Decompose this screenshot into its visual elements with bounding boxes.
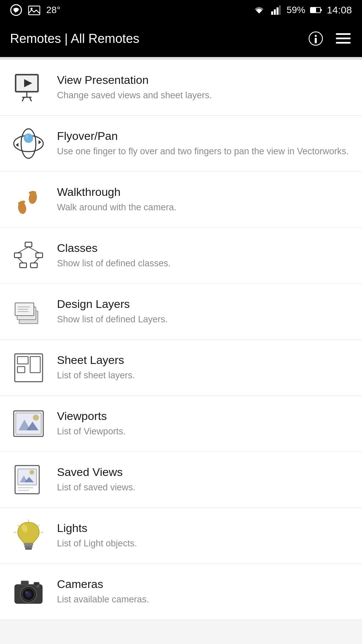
svg-point-84 bbox=[36, 585, 40, 588]
viewports-icon bbox=[10, 405, 47, 442]
saved-views-icon bbox=[10, 461, 47, 498]
svg-line-43 bbox=[28, 247, 39, 253]
svg-point-65 bbox=[29, 470, 34, 475]
item-desc: List of Viewports. bbox=[57, 425, 352, 437]
item-title: Lights bbox=[57, 522, 352, 535]
svg-rect-14 bbox=[336, 38, 351, 39]
item-text: Flyover/Pan Use one finger to fly over a… bbox=[57, 129, 352, 157]
gallery-icon bbox=[28, 4, 40, 16]
item-desc: List of sheet layers. bbox=[57, 369, 352, 381]
svg-rect-41 bbox=[31, 263, 37, 268]
svg-line-42 bbox=[18, 247, 28, 253]
list-item[interactable]: Saved Views List of saved views. bbox=[0, 452, 362, 508]
item-desc: List of saved views. bbox=[57, 481, 352, 493]
sheet-layers-icon bbox=[10, 349, 47, 386]
status-right: 59% 14:08 bbox=[253, 4, 352, 16]
list-item[interactable]: Walkthrough Walk around with the camera. bbox=[0, 172, 362, 228]
item-title: Flyover/Pan bbox=[57, 129, 352, 143]
message-icon bbox=[10, 4, 22, 16]
svg-rect-71 bbox=[25, 548, 32, 550]
svg-marker-27 bbox=[39, 140, 41, 144]
svg-rect-12 bbox=[315, 38, 317, 43]
item-title: Cameras bbox=[57, 578, 352, 591]
svg-rect-69 bbox=[24, 543, 33, 545]
cameras-icon bbox=[10, 573, 47, 610]
header-divider bbox=[0, 57, 362, 60]
item-title: Sheet Layers bbox=[57, 354, 352, 367]
item-desc: Show list of defined Layers. bbox=[57, 313, 352, 325]
item-desc: List available cameras. bbox=[57, 593, 352, 605]
svg-rect-15 bbox=[336, 42, 351, 44]
item-desc: Show list of defined classes. bbox=[57, 257, 352, 269]
page-title: Remotes | All Remotes bbox=[10, 32, 139, 46]
svg-rect-9 bbox=[311, 8, 316, 12]
item-desc: List of Light objects. bbox=[57, 537, 352, 549]
svg-rect-8 bbox=[320, 9, 322, 11]
item-title: Classes bbox=[57, 241, 352, 255]
item-text: Cameras List available cameras. bbox=[57, 578, 352, 605]
list-item[interactable]: View Presentation Change saved views and… bbox=[0, 60, 362, 116]
svg-rect-37 bbox=[25, 242, 32, 247]
svg-point-11 bbox=[315, 35, 317, 37]
svg-point-60 bbox=[33, 415, 39, 421]
list-item[interactable]: Cameras List available cameras. bbox=[0, 564, 362, 620]
item-text: Saved Views List of saved views. bbox=[57, 466, 352, 493]
flyover-icon bbox=[10, 125, 47, 162]
item-title: Viewports bbox=[57, 410, 352, 423]
list-item[interactable]: Sheet Layers List of sheet layers. bbox=[0, 340, 362, 396]
svg-rect-5 bbox=[277, 7, 279, 15]
svg-rect-4 bbox=[274, 9, 276, 15]
svg-rect-40 bbox=[20, 263, 26, 268]
menu-icon[interactable] bbox=[335, 30, 352, 47]
svg-marker-28 bbox=[16, 143, 18, 147]
item-desc: Walk around with the camera. bbox=[57, 201, 352, 213]
status-left: 28° bbox=[10, 4, 60, 16]
item-title: Design Layers bbox=[57, 298, 352, 311]
list-item[interactable]: Flyover/Pan Use one finger to fly over a… bbox=[0, 116, 362, 172]
lights-icon bbox=[10, 517, 47, 554]
item-text: Viewports List of Viewports. bbox=[57, 410, 352, 437]
item-text: Walkthrough Walk around with the camera. bbox=[57, 185, 352, 213]
wifi-icon bbox=[253, 4, 265, 16]
svg-rect-39 bbox=[36, 253, 43, 258]
item-text: Lights List of Light objects. bbox=[57, 522, 352, 549]
svg-line-45 bbox=[34, 258, 39, 263]
list-item[interactable]: Classes Show list of defined classes. bbox=[0, 228, 362, 284]
item-text: Classes Show list of defined classes. bbox=[57, 241, 352, 269]
presentation-icon bbox=[10, 69, 47, 106]
list-item[interactable]: Viewports List of Viewports. bbox=[0, 396, 362, 452]
status-bar: 28° 59% bbox=[0, 0, 362, 20]
svg-rect-6 bbox=[279, 5, 281, 15]
battery-pct: 59% bbox=[287, 5, 305, 15]
svg-rect-82 bbox=[21, 581, 28, 585]
svg-point-25 bbox=[24, 133, 33, 143]
item-title: Walkthrough bbox=[57, 185, 352, 199]
svg-line-73 bbox=[18, 525, 19, 526]
item-title: View Presentation bbox=[57, 73, 352, 87]
signal-icon bbox=[270, 4, 282, 16]
svg-rect-13 bbox=[336, 33, 351, 35]
svg-rect-52 bbox=[15, 354, 43, 382]
svg-rect-1 bbox=[28, 6, 40, 15]
time: 14:08 bbox=[327, 4, 352, 16]
item-text: Sheet Layers List of sheet layers. bbox=[57, 354, 352, 381]
temperature: 28° bbox=[46, 5, 60, 15]
item-desc: Use one finger to fly over and two finge… bbox=[57, 145, 352, 157]
list-item[interactable]: Lights List of Light objects. bbox=[0, 508, 362, 564]
top-bar-actions bbox=[307, 30, 352, 47]
classes-icon bbox=[10, 237, 47, 274]
svg-line-44 bbox=[18, 258, 23, 263]
item-title: Saved Views bbox=[57, 466, 352, 479]
svg-point-24 bbox=[21, 129, 36, 158]
item-text: View Presentation Change saved views and… bbox=[57, 73, 352, 101]
battery-icon bbox=[310, 4, 322, 16]
svg-point-26 bbox=[26, 135, 28, 139]
svg-point-85 bbox=[25, 591, 28, 594]
svg-rect-3 bbox=[271, 11, 273, 15]
svg-rect-70 bbox=[24, 545, 33, 548]
info-icon[interactable] bbox=[307, 30, 324, 47]
list-item[interactable]: Design Layers Show list of defined Layer… bbox=[0, 284, 362, 340]
remote-list: View Presentation Change saved views and… bbox=[0, 60, 362, 620]
item-text: Design Layers Show list of defined Layer… bbox=[57, 298, 352, 325]
svg-line-22 bbox=[29, 97, 32, 101]
